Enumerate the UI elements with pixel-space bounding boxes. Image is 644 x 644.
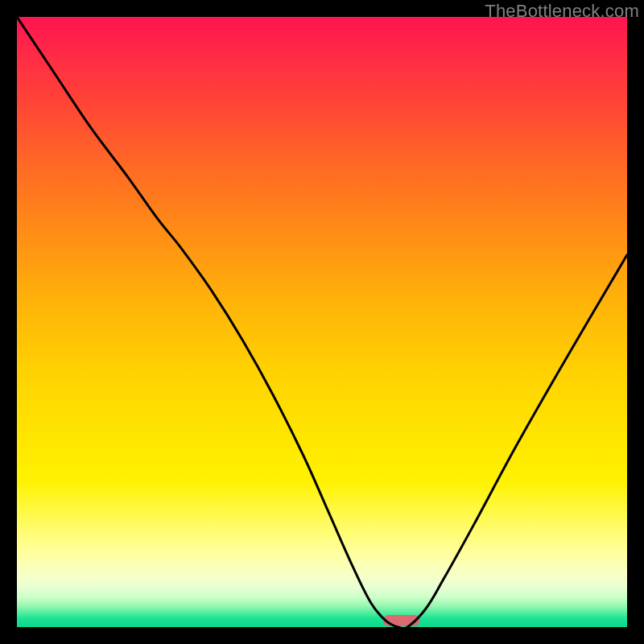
- watermark-text: TheBottleneck.com: [485, 1, 639, 22]
- bottleneck-curve: [17, 17, 627, 627]
- plot-area: [17, 17, 627, 627]
- chart-svg: [17, 17, 627, 627]
- chart-frame: TheBottleneck.com: [0, 0, 644, 644]
